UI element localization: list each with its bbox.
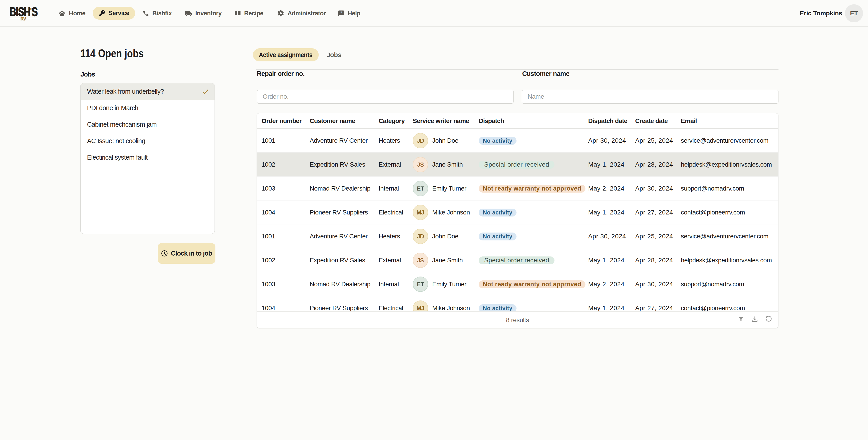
svg-text:?: ? (340, 11, 342, 15)
